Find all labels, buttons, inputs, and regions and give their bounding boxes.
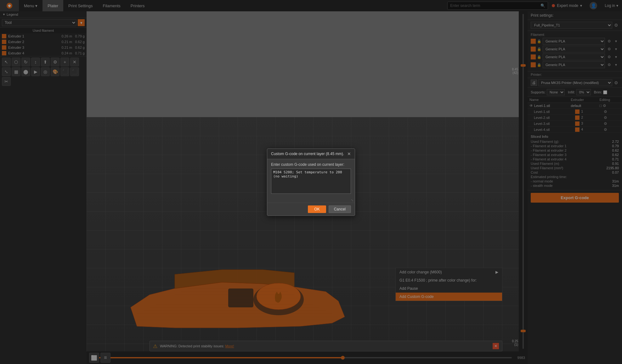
modal-title: Custom G-code on current layer (8.45 mm)… (271, 152, 344, 156)
modal-ok-button[interactable]: OK (308, 205, 326, 213)
modal-close-button[interactable]: ✕ (347, 151, 351, 156)
modal-footer: OK Cancel (267, 203, 355, 216)
modal-resize-handle[interactable]: ⤡ (267, 198, 355, 203)
modal-overlay: Custom G-code on current layer (8.45 mm)… (0, 0, 622, 364)
modal-dialog: Custom G-code on current layer (8.45 mm)… (267, 148, 355, 216)
modal-cancel-button[interactable]: Cancel (329, 205, 351, 213)
modal-prompt: Enter custom G-code used on current laye… (271, 162, 351, 167)
modal-body: Enter custom G-code used on current laye… (267, 159, 355, 198)
gcode-textarea[interactable]: M104 S200; Set temperature to 200 (no wa… (271, 169, 351, 194)
modal-header: Custom G-code on current layer (8.45 mm)… (267, 149, 355, 159)
